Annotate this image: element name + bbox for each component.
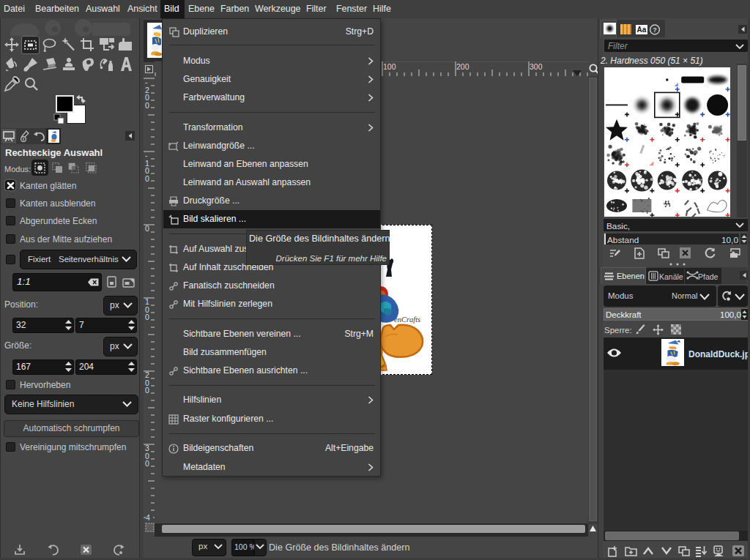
svg-text:?: ? bbox=[653, 26, 657, 34]
svg-text:enCrafts: enCrafts bbox=[394, 316, 420, 324]
